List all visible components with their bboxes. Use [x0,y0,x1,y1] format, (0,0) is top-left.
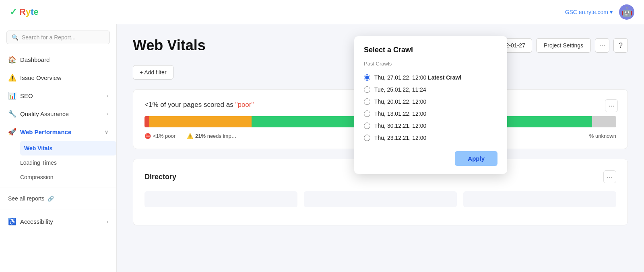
sidebar-sub-item-web-vitals[interactable]: Web Vitals [20,141,116,155]
crawl-label-6: Thu, 23.12.21, 12:00 [374,135,426,141]
progress-needs [149,116,252,127]
quality-assurance-icon: 🔧 [8,110,16,118]
sidebar-item-label: Web Performance [20,129,71,135]
gsc-label: GSC en.ryte.com [565,9,608,15]
sidebar-item-label: SEO [20,92,33,99]
sidebar-item-label: Accessibility [20,218,53,225]
accessibility-icon: ♿ [8,217,16,226]
crawl-label-4: Thu, 13.01.22, 12:00 [374,110,426,117]
seo-icon: 📊 [8,92,16,100]
vitals-summary-text: <1% of your pages scored as [144,101,233,108]
top-navigation: ✓ Ryte GSC en.ryte.com ▾ 🤖 [0,0,644,24]
gsc-selector[interactable]: GSC en.ryte.com ▾ [565,9,613,15]
sidebar-item-accessibility[interactable]: ♿ Accessibility › [0,213,116,231]
crawl-dropdown-title: Select a Crawl [364,46,497,54]
see-all-reports[interactable]: See all reports 🔗 [0,191,116,206]
avatar-face: 🤖 [621,8,632,16]
add-filter-button[interactable]: + Add filter [133,65,173,80]
chevron-right-icon: › [107,93,108,99]
sidebar-item-label: Quality Assurance [20,110,69,117]
issue-overview-icon: ⚠️ [8,74,16,82]
web-performance-icon: 🚀 [8,128,16,136]
crawl-label-2: Tue, 25.01.22, 11:24 [374,86,426,93]
directory-col-1 [144,191,297,207]
directory-col-2 [304,191,457,207]
crawl-apply-row: Apply [364,151,497,166]
crawl-radio-5[interactable] [364,123,370,129]
logo-check-icon: ✓ [10,7,17,17]
chevron-right-icon: › [107,219,108,225]
sidebar-item-web-performance[interactable]: 🚀 Web Performance ∨ [0,123,116,141]
crawl-section-label: Past Crawls [364,61,497,67]
sidebar-sub-item-loading-times[interactable]: Loading Times [20,155,116,170]
help-button[interactable]: ? [613,38,628,53]
progress-poor [144,116,149,127]
card-more-button[interactable]: ··· [605,99,618,112]
crawl-label-5: Thu, 30.12.21, 12:00 [374,123,426,129]
sidebar: 🔍 Search for a Report... 🏠 Dashboard ⚠️ … [0,24,117,272]
crawl-option-1[interactable]: Thu, 27.01.22, 12:00 Latest Crawl [364,72,497,84]
crawl-dropdown[interactable]: Select a Crawl Past Crawls Thu, 27.01.22… [354,36,507,174]
directory-title: Directory [144,173,176,181]
logo-text: Ryte [19,7,39,17]
legend-unknown: % unknown [589,133,616,139]
page-title: Web Vitals [133,37,206,54]
poor-highlight: "poor" [235,101,254,108]
logo[interactable]: ✓ Ryte [10,7,39,17]
legend-unknown-label: % unknown [589,133,616,139]
sidebar-item-dashboard[interactable]: 🏠 Dashboard [0,51,116,69]
sidebar-sub-item-compression[interactable]: Compression [20,170,116,184]
crawl-option-6[interactable]: Thu, 23.12.21, 12:00 [364,132,497,144]
topnav-right: GSC en.ryte.com ▾ 🤖 [565,4,634,20]
dashboard-icon: 🏠 [8,55,16,64]
sidebar-item-seo[interactable]: 📊 SEO › [0,87,116,105]
layout: 🔍 Search for a Report... 🏠 Dashboard ⚠️ … [0,0,644,272]
warning-icon: ⚠️ [187,133,193,139]
see-all-reports-label: See all reports [8,195,44,202]
legend-poor: ⛔ <1% poor [144,133,175,139]
legend-needs-label: 21% needs imp… [195,133,237,139]
project-settings-button[interactable]: Project Settings [536,38,591,53]
crawl-radio-4[interactable] [364,110,370,117]
crawl-label-3: Thu, 20.01.22, 12:00 [374,98,426,105]
help-icon: ? [619,41,623,50]
crawl-radio-1[interactable] [364,74,370,81]
sidebar-sub-menu: Web Vitals Loading Times Compression [0,141,116,184]
sidebar-item-issue-overview[interactable]: ⚠️ Issue Overview [0,69,116,87]
crawl-option-5[interactable]: Thu, 30.12.21, 12:00 [364,120,497,132]
crawl-option-2[interactable]: Tue, 25.01.22, 11:24 [364,84,497,96]
crawl-option-4[interactable]: Thu, 13.01.22, 12:00 [364,108,497,120]
directory-col-3 [463,191,616,207]
crawl-option-3[interactable]: Thu, 20.01.22, 12:00 [364,96,497,108]
sidebar-item-quality-assurance[interactable]: 🔧 Quality Assurance › [0,105,116,123]
error-icon: ⛔ [144,133,151,139]
legend-poor-label: <1% poor [153,133,175,139]
directory-more-button[interactable]: ··· [603,170,616,183]
crawl-label-1: Thu, 27.01.22, 12:00 Latest Crawl [374,74,461,81]
search-bar[interactable]: 🔍 Search for a Report... [6,31,110,44]
directory-content [144,191,616,215]
external-link-icon: 🔗 [47,196,54,202]
crawl-radio-2[interactable] [364,86,370,93]
dots-icon: ··· [599,41,605,50]
sidebar-item-label: Issue Overview [20,74,62,81]
crawl-radio-3[interactable] [364,98,370,105]
sidebar-item-label: Dashboard [20,56,50,63]
search-icon: 🔍 [12,34,19,41]
sidebar-divider-2 [0,209,116,209]
chevron-down-icon: ∨ [105,129,108,135]
crawl-radio-6[interactable] [364,135,370,141]
apply-button[interactable]: Apply [455,151,497,166]
avatar[interactable]: 🤖 [619,4,634,20]
gsc-arrow-icon: ▾ [610,9,613,15]
more-options-button[interactable]: ··· [595,38,609,53]
sidebar-divider [0,188,116,188]
legend-needs: ⚠️ 21% needs imp… [187,133,237,139]
search-placeholder: Search for a Report... [22,34,76,41]
chevron-right-icon: › [107,111,108,117]
progress-unknown [592,116,616,127]
